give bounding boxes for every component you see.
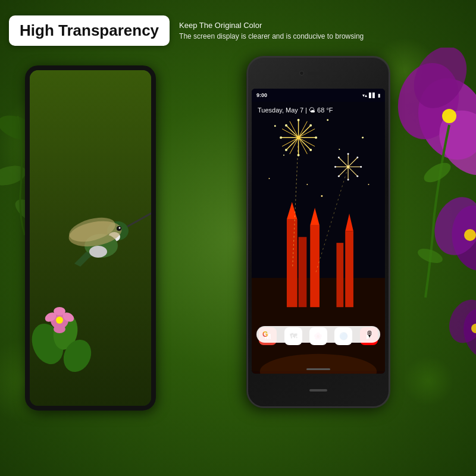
app-dock: M 🗺 🌸 🔵 ▶ — [252, 327, 385, 349]
phone-screen: 9:00 ▾▴ ▋▋ ▮ Tuesday, May 7 | 🌤 68 °F — [252, 89, 385, 374]
svg-point-7 — [464, 229, 476, 241]
svg-point-95 — [339, 149, 340, 150]
svg-rect-39 — [287, 220, 298, 307]
badge-label: High Transparency — [20, 21, 159, 40]
svg-point-70 — [280, 136, 282, 139]
svg-point-84 — [356, 176, 358, 177]
svg-point-35 — [54, 325, 65, 333]
svg-point-87 — [334, 166, 336, 168]
svg-point-97 — [362, 137, 364, 139]
weather-widget: Tuesday, May 7 | 🌤 68 °F — [252, 102, 385, 116]
home-nav-indicator[interactable] — [306, 368, 330, 370]
svg-point-83 — [360, 166, 362, 168]
phone-body: 9:00 ▾▴ ▋▋ ▮ Tuesday, May 7 | 🌤 68 °F — [247, 57, 390, 408]
svg-rect-40 — [299, 237, 307, 307]
svg-point-31 — [56, 317, 63, 324]
svg-point-11 — [421, 159, 453, 186]
google-assistant-icon[interactable]: 🎙 — [366, 330, 374, 339]
svg-rect-42 — [336, 243, 343, 307]
svg-point-86 — [338, 176, 340, 177]
phone-bottom-bar — [248, 374, 389, 406]
hummingbird-svg — [30, 70, 151, 406]
svg-point-82 — [356, 156, 358, 158]
google-search-bar[interactable]: G 🎙 — [256, 326, 380, 343]
svg-point-66 — [315, 136, 317, 139]
smartphone: 9:00 ▾▴ ▋▋ ▮ Tuesday, May 7 | 🌤 68 °F — [247, 57, 390, 408]
svg-rect-43 — [345, 231, 353, 308]
svg-point-99 — [306, 184, 308, 185]
high-transparency-badge: High Transparency — [9, 15, 170, 46]
svg-point-98 — [368, 184, 369, 185]
front-camera — [299, 71, 304, 76]
svg-point-88 — [338, 156, 340, 158]
svg-point-85 — [347, 179, 349, 181]
phone-top-bar — [248, 58, 389, 89]
wifi-icon: ▾▴ — [362, 93, 367, 98]
svg-point-65 — [309, 124, 312, 127]
google-g-logo: G — [262, 330, 268, 339]
speaker-grille — [308, 72, 337, 75]
status-icons: ▾▴ ▋▋ ▮ — [362, 93, 380, 98]
svg-point-71 — [285, 124, 287, 127]
svg-point-4 — [442, 109, 456, 123]
svg-point-69 — [285, 149, 287, 151]
hummingbird-scene — [30, 70, 151, 406]
svg-point-14 — [0, 162, 29, 189]
svg-point-26 — [89, 246, 107, 258]
status-time: 9:00 — [256, 92, 267, 98]
battery-icon: ▮ — [378, 93, 380, 98]
svg-point-81 — [347, 153, 349, 155]
svg-point-100 — [321, 195, 322, 197]
svg-point-92 — [274, 125, 276, 127]
weather-date: Tuesday, May 7 | 🌤 68 °F — [258, 107, 379, 114]
svg-point-94 — [327, 119, 328, 121]
svg-point-34 — [54, 307, 65, 315]
desc-line-2: The screen display is clearer and is con… — [179, 32, 364, 40]
desc-line-1: Keep The Original Color — [179, 21, 364, 30]
svg-point-64 — [298, 119, 300, 121]
svg-point-96 — [268, 178, 270, 179]
svg-rect-41 — [310, 226, 320, 308]
signal-icon: ▋▋ — [369, 93, 376, 98]
banner-description: Keep The Original Color The screen displ… — [179, 21, 364, 40]
svg-point-25 — [119, 227, 121, 229]
svg-point-67 — [309, 149, 312, 151]
top-banner: High Transparency Keep The Original Colo… — [9, 9, 467, 52]
screen-protector — [25, 65, 156, 411]
status-bar: 9:00 ▾▴ ▋▋ ▮ — [252, 89, 385, 102]
svg-point-9 — [443, 294, 476, 349]
protector-glass — [25, 65, 156, 411]
svg-point-93 — [283, 155, 284, 156]
home-indicator[interactable] — [309, 389, 327, 392]
